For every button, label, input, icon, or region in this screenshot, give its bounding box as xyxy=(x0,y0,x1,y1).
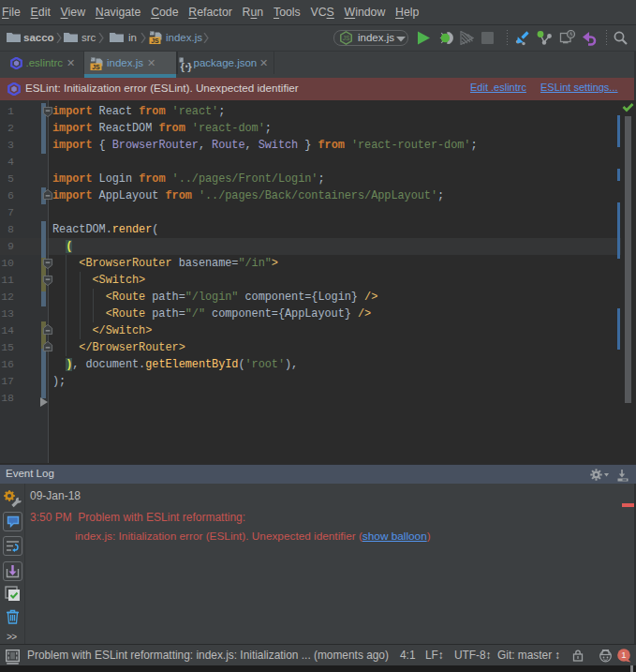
svg-text:}: } xyxy=(187,61,192,72)
svg-text:1: 1 xyxy=(621,650,626,660)
svg-text:JS: JS xyxy=(92,64,100,70)
svg-text:JS: JS xyxy=(343,35,350,41)
svg-text:{: { xyxy=(181,61,185,72)
svg-text:JS: JS xyxy=(151,37,159,44)
